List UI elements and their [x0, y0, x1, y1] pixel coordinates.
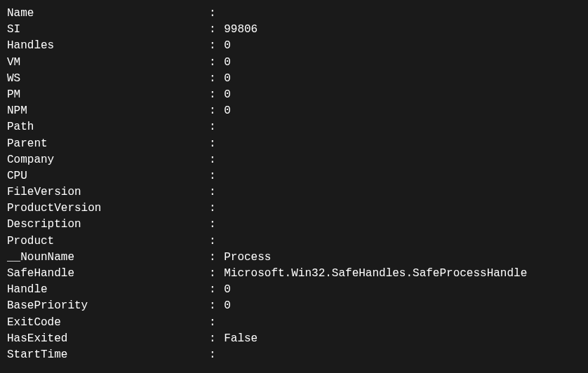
terminal-output: Name: SI: 99806Handles: 0VM: 0WS: 0PM: 0… — [7, 6, 581, 363]
property-name: PM — [7, 87, 209, 103]
separator: : — [209, 87, 222, 103]
property-name: __NounName — [7, 250, 209, 266]
property-name: ExitCode — [7, 315, 209, 331]
property-value — [222, 136, 224, 152]
output-row: __NounName: Process — [7, 250, 581, 266]
output-row: CPU: — [7, 168, 581, 184]
property-value — [222, 201, 224, 217]
property-name: Name — [7, 6, 209, 22]
output-row: SI: 99806 — [7, 22, 581, 38]
property-value — [222, 119, 224, 135]
output-row: PM: 0 — [7, 87, 581, 103]
output-row: NPM: 0 — [7, 103, 581, 119]
property-value: 0 — [222, 282, 231, 298]
property-value: 0 — [222, 71, 231, 87]
property-name: Parent — [7, 136, 209, 152]
separator: : — [209, 22, 222, 38]
property-value — [222, 152, 224, 168]
separator: : — [209, 119, 222, 135]
property-name: VM — [7, 55, 209, 71]
property-name: Path — [7, 119, 209, 135]
separator: : — [209, 315, 222, 331]
property-name: Product — [7, 233, 209, 250]
property-value — [222, 347, 224, 363]
output-row: FileVersion: — [7, 184, 581, 201]
property-name: ProductVersion — [7, 201, 209, 217]
property-value: Microsoft.Win32.SafeHandles.SafeProcessH… — [222, 266, 527, 282]
property-value: 0 — [222, 55, 231, 71]
property-value — [222, 168, 224, 184]
output-row: StartTime: — [7, 347, 581, 363]
separator: : — [209, 38, 222, 54]
output-row: Handles: 0 — [7, 38, 581, 54]
property-name: HasExited — [7, 331, 209, 347]
separator: : — [209, 152, 222, 168]
property-name: FileVersion — [7, 184, 209, 201]
property-name: SafeHandle — [7, 266, 209, 282]
output-row: HasExited: False — [7, 331, 581, 347]
output-row: SafeHandle: Microsoft.Win32.SafeHandles.… — [7, 266, 581, 282]
separator: : — [209, 168, 222, 184]
separator: : — [209, 217, 222, 233]
output-row: Name: — [7, 6, 581, 22]
output-row: Product: — [7, 233, 581, 250]
separator: : — [209, 55, 222, 71]
separator: : — [209, 331, 222, 347]
property-name: Company — [7, 152, 209, 168]
separator: : — [209, 103, 222, 119]
property-name: CPU — [7, 168, 209, 184]
separator: : — [209, 347, 222, 363]
property-value — [222, 6, 224, 22]
output-row: Description: — [7, 217, 581, 233]
output-row: VM: 0 — [7, 55, 581, 71]
output-row: Company: — [7, 152, 581, 168]
separator: : — [209, 233, 222, 250]
property-value — [222, 184, 224, 201]
output-row: Parent: — [7, 136, 581, 152]
output-row: BasePriority: 0 — [7, 298, 581, 314]
separator: : — [209, 250, 222, 266]
property-name: WS — [7, 71, 209, 87]
property-name: Handle — [7, 282, 209, 298]
property-name: StartTime — [7, 347, 209, 363]
separator: : — [209, 201, 222, 217]
output-row: WS: 0 — [7, 71, 581, 87]
property-value — [222, 315, 224, 331]
separator: : — [209, 136, 222, 152]
separator: : — [209, 6, 222, 22]
property-value: False — [222, 331, 258, 347]
property-name: BasePriority — [7, 298, 209, 314]
separator: : — [209, 71, 222, 87]
output-row: Path: — [7, 119, 581, 135]
separator: : — [209, 184, 222, 201]
property-name: Handles — [7, 38, 209, 54]
property-value: 0 — [222, 298, 231, 314]
output-row: Handle: 0 — [7, 282, 581, 298]
separator: : — [209, 298, 222, 314]
property-value — [222, 233, 224, 250]
property-name: NPM — [7, 103, 209, 119]
output-row: ExitCode: — [7, 315, 581, 331]
property-name: Description — [7, 217, 209, 233]
property-value — [222, 217, 224, 233]
separator: : — [209, 282, 222, 298]
output-row: ProductVersion: — [7, 201, 581, 217]
property-value: 0 — [222, 38, 231, 54]
property-value: 0 — [222, 87, 231, 103]
property-value: Process — [222, 250, 271, 266]
separator: : — [209, 266, 222, 282]
property-value: 99806 — [222, 22, 258, 38]
property-value: 0 — [222, 103, 231, 119]
property-name: SI — [7, 22, 209, 38]
